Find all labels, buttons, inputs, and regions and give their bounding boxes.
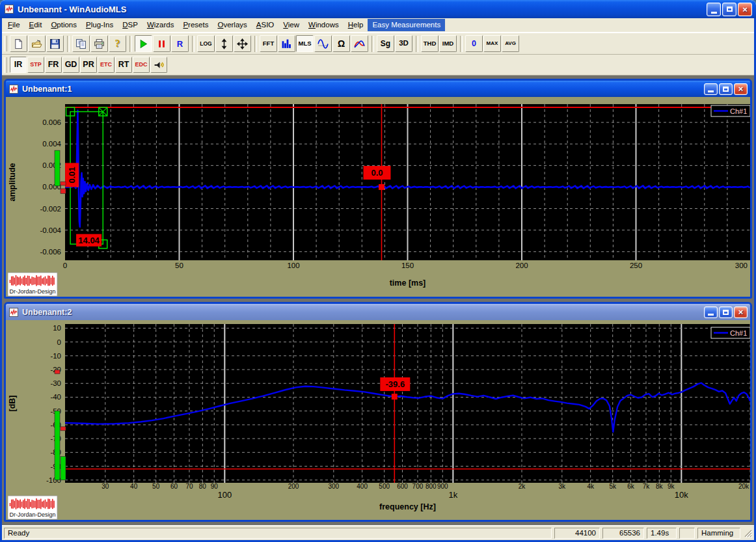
menu-item-edit[interactable]: Edit bbox=[25, 19, 47, 31]
mls-button[interactable]: MLS bbox=[296, 35, 314, 52]
fft-button[interactable]: FFT bbox=[260, 35, 277, 52]
impedance-button[interactable]: Ω bbox=[332, 35, 350, 52]
status-field-3: 1.49s bbox=[647, 528, 677, 539]
phase-response-button[interactable]: PR bbox=[80, 57, 97, 73]
child-1-minimize-button[interactable] bbox=[704, 83, 718, 95]
child-1-title: Unbenannt:1 bbox=[22, 85, 701, 94]
menu-item-wizards[interactable]: Wizards bbox=[142, 19, 179, 31]
save-icon bbox=[49, 38, 61, 49]
spectrum-button[interactable] bbox=[278, 35, 295, 52]
child-window-1: Unbenannt:1×0.0060.0040.0020.000-0.002-0… bbox=[4, 79, 752, 299]
resize-grip[interactable] bbox=[743, 528, 753, 538]
main-close-button[interactable]: × bbox=[738, 3, 752, 16]
selection-width-label-text: 14.04 bbox=[78, 236, 100, 245]
copy-button[interactable] bbox=[72, 35, 90, 52]
save-button[interactable] bbox=[46, 35, 64, 52]
menu-item-plug-ins[interactable]: Plug-Ins bbox=[81, 19, 118, 31]
step-response-button[interactable]: STP bbox=[27, 57, 44, 73]
max-label: MAX bbox=[487, 41, 498, 46]
menu-item-dsp[interactable]: DSP bbox=[118, 19, 142, 31]
log-scale-button[interactable]: LOG bbox=[197, 35, 215, 52]
impulse-response-label: IR bbox=[14, 61, 23, 69]
group-delay-button[interactable]: GD bbox=[62, 57, 79, 73]
menu-item-file[interactable]: File bbox=[3, 19, 25, 31]
main-minimize-button[interactable] bbox=[707, 3, 721, 16]
close-icon: × bbox=[738, 308, 744, 316]
signal-routing-button[interactable] bbox=[150, 57, 167, 73]
main-titlebar[interactable]: Unbenannt - WinAudioMLS × bbox=[0, 0, 756, 18]
minimize-icon bbox=[708, 90, 714, 92]
child-2-maximize-button[interactable] bbox=[719, 306, 733, 318]
reverb-time-button[interactable]: RT bbox=[115, 57, 132, 73]
signal-generator-button[interactable]: Sg bbox=[377, 35, 394, 52]
zoom-vertical-button[interactable] bbox=[215, 35, 233, 52]
menu-item-easy-measurements[interactable]: Easy Measurements bbox=[368, 19, 445, 31]
selection-handle[interactable] bbox=[66, 107, 75, 116]
energy-time-curve-label: ETC bbox=[100, 62, 112, 68]
child-1-titlebar[interactable]: Unbenannt:1× bbox=[6, 81, 750, 97]
frequency-response-plot[interactable]: 304050607080902003004005006007008009002k… bbox=[6, 320, 750, 520]
child-2-titlebar[interactable]: Unbenannt:2× bbox=[6, 304, 750, 320]
level-meter-green bbox=[55, 411, 60, 480]
toolbar-grip[interactable] bbox=[4, 57, 7, 73]
child-2-close-button[interactable]: × bbox=[734, 306, 748, 318]
move-button[interactable] bbox=[234, 35, 251, 52]
window-title: Unbenannt - WinAudioMLS bbox=[18, 5, 703, 14]
menu-item-presets[interactable]: Presets bbox=[178, 19, 213, 31]
menu-item-view[interactable]: View bbox=[278, 19, 304, 31]
menu-item-options[interactable]: Options bbox=[46, 19, 81, 31]
print-button[interactable] bbox=[90, 35, 108, 52]
open-button[interactable] bbox=[28, 35, 46, 52]
imd-label: IMD bbox=[442, 40, 453, 47]
phase-response-label: PR bbox=[83, 61, 94, 69]
x-tick-label: 300 bbox=[328, 483, 339, 490]
sine-signal-button[interactable] bbox=[314, 35, 332, 52]
x-axis-title: time [ms] bbox=[390, 278, 426, 288]
y-tick-label: -0.006 bbox=[40, 248, 61, 256]
x-tick-label: 800 bbox=[425, 483, 437, 490]
x-tick-label: 6k bbox=[627, 483, 635, 490]
main-maximize-button[interactable] bbox=[722, 3, 736, 16]
child-1-close-button[interactable]: × bbox=[734, 83, 748, 95]
cursor-marker[interactable] bbox=[379, 184, 385, 190]
help-icon: ? bbox=[115, 38, 120, 49]
energy-decay-curve-button[interactable]: EDC bbox=[133, 57, 150, 73]
minimize-icon bbox=[708, 314, 714, 316]
imd-button[interactable]: IMD bbox=[439, 35, 457, 52]
impulse-response-button[interactable]: IR bbox=[10, 57, 27, 73]
child-2-title: Unbenannt:2 bbox=[22, 308, 701, 317]
level-meter-red bbox=[61, 427, 66, 431]
energy-time-curve-button[interactable]: ETC bbox=[98, 57, 115, 73]
new-button[interactable] bbox=[10, 35, 27, 52]
max-button[interactable]: MAX bbox=[483, 35, 501, 52]
status-field-1: 44100 bbox=[554, 528, 600, 539]
avg-button[interactable]: AVG bbox=[502, 35, 519, 52]
toolbar-separator bbox=[371, 36, 374, 52]
record-button[interactable]: R bbox=[171, 35, 189, 52]
play-button[interactable] bbox=[135, 35, 152, 52]
frequency-response-button[interactable]: FR bbox=[45, 57, 62, 73]
child-1-maximize-button[interactable] bbox=[719, 83, 733, 95]
cursor-marker[interactable] bbox=[392, 394, 398, 400]
y-tick-label: -30 bbox=[50, 379, 61, 387]
toolbar-grip[interactable] bbox=[4, 36, 7, 51]
pause-icon bbox=[156, 38, 167, 49]
menu-item-help[interactable]: Help bbox=[344, 19, 368, 31]
print-icon bbox=[94, 38, 105, 49]
three-d-button[interactable]: 3D bbox=[395, 35, 412, 52]
level-meter-green bbox=[61, 457, 66, 480]
signal-generator-label: Sg bbox=[381, 40, 390, 47]
zero-button[interactable]: 0 bbox=[465, 35, 483, 52]
record-label: R bbox=[177, 40, 183, 48]
menu-item-asio[interactable]: ASIO bbox=[252, 19, 278, 31]
impulse-response-plot[interactable]: 0.0060.0040.0020.000-0.002-0.004-0.00605… bbox=[6, 97, 750, 297]
menu-item-overlays[interactable]: Overlays bbox=[213, 19, 251, 31]
toolbar-separator bbox=[254, 36, 257, 52]
thd-button[interactable]: THD bbox=[421, 35, 439, 52]
menu-item-windows[interactable]: Windows bbox=[304, 19, 344, 31]
overlay-curves-button[interactable] bbox=[351, 35, 368, 52]
help-button[interactable]: ? bbox=[109, 35, 126, 52]
document-icon bbox=[8, 84, 19, 94]
pause-button[interactable] bbox=[153, 35, 170, 52]
child-2-minimize-button[interactable] bbox=[704, 306, 718, 318]
